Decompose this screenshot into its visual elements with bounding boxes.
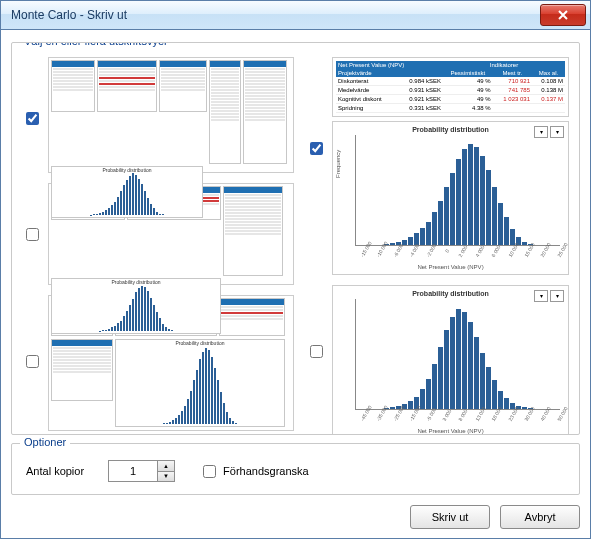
cancel-button[interactable]: Avbryt — [500, 505, 580, 529]
view-checkbox-5[interactable] — [310, 345, 323, 358]
copies-label: Antal kopior — [26, 465, 84, 477]
copies-spinner: ▲ ▼ — [108, 460, 175, 482]
dialog-buttons: Skriv ut Avbryt — [11, 505, 580, 529]
close-button[interactable] — [540, 4, 586, 26]
print-button[interactable]: Skriv ut — [410, 505, 490, 529]
table-row: Diskonterat0.984 kSEK49 %710 9210.108 M — [336, 77, 565, 86]
options-legend: Optioner — [20, 436, 70, 448]
titlebar: Monte Carlo - Skriv ut — [1, 1, 590, 30]
summary-table: Net Present Value (NPV) Indikatorer Proj… — [336, 61, 565, 113]
view-thumbnail-1[interactable]: Probability distribution — [48, 57, 294, 173]
chart-probability-bottom[interactable]: ▾▾ Probability distribution -45 000-35 0… — [332, 285, 569, 435]
window-title: Monte Carlo - Skriv ut — [11, 8, 127, 22]
table-header-npv: Net Present Value (NPV) — [336, 61, 443, 69]
chart-probability-top[interactable]: ▾▾ Probability distribution Frequency -1… — [332, 121, 569, 275]
client-area: Välj en eller flera utskriftsvyer Pro — [1, 30, 590, 539]
table-row: Kognitivt diskont0.921 kSEK49 %1 023 031… — [336, 95, 565, 104]
view-checkbox-2[interactable] — [26, 228, 39, 241]
preview-checkbox[interactable] — [203, 465, 216, 478]
table-row: Medelvärde0.931 kSEK49 %741 7850.138 M — [336, 86, 565, 95]
chart-plot-area — [355, 135, 560, 246]
copies-up-button[interactable]: ▲ — [158, 461, 174, 472]
table-row: Spridning0.331 kSEK4.38 % — [336, 104, 565, 113]
view-checkbox-4[interactable] — [310, 142, 323, 155]
chart-xlabel: Net Present Value (NPV) — [337, 264, 564, 270]
chart-title: Probability distribution — [337, 290, 564, 297]
table-header-ind: Indikatorer — [443, 61, 565, 69]
chart-option-2[interactable]: ▾ — [550, 290, 564, 302]
view-thumbnail-4-table[interactable]: Net Present Value (NPV) Indikatorer Proj… — [332, 57, 569, 117]
views-legend: Välj en eller flera utskriftsvyer — [20, 42, 172, 47]
thumb-chart-1 — [52, 174, 202, 217]
view-checkbox-1[interactable] — [26, 112, 39, 125]
chart-plot-area — [355, 299, 560, 410]
chart-option-1[interactable]: ▾ — [534, 290, 548, 302]
thumb-chart-3 — [116, 347, 284, 426]
chart-ylabel: Frequency — [335, 150, 341, 178]
dialog-window: Monte Carlo - Skriv ut Välj en eller fle… — [0, 0, 591, 539]
preview-option: Förhandsgranska — [199, 462, 309, 481]
view-checkbox-3[interactable] — [26, 355, 39, 368]
chart-xlabel: Net Present Value (NPV) — [337, 428, 564, 434]
view-option-4: Net Present Value (NPV) Indikatorer Proj… — [306, 57, 569, 275]
preview-label: Förhandsgranska — [223, 465, 309, 477]
view-option-5: ▾▾ Probability distribution -45 000-35 0… — [306, 285, 569, 435]
chart-option-1[interactable]: ▾ — [534, 126, 548, 138]
close-icon — [558, 10, 568, 20]
chart-title: Probability distribution — [337, 126, 564, 133]
views-groupbox: Välj en eller flera utskriftsvyer Pro — [11, 42, 580, 435]
copies-input[interactable] — [109, 461, 157, 481]
view-option-1: Probability distribution — [22, 57, 294, 173]
copies-down-button[interactable]: ▼ — [158, 472, 174, 482]
options-groupbox: Optioner Antal kopior ▲ ▼ Förhandsgransk… — [11, 443, 580, 495]
chart-option-2[interactable]: ▾ — [550, 126, 564, 138]
thumb-chart-2 — [52, 286, 220, 333]
